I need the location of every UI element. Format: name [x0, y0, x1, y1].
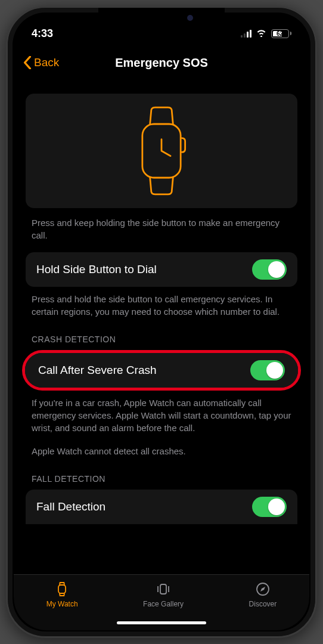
- svg-rect-2: [160, 584, 166, 594]
- crash-description: If you're in a car crash, Apple Watch ca…: [26, 391, 297, 434]
- watch-icon: [136, 106, 187, 196]
- gallery-tab-icon: [155, 581, 172, 597]
- status-time: 4:33: [32, 27, 53, 40]
- hold-toggle[interactable]: [252, 259, 287, 280]
- back-button[interactable]: Back: [23, 56, 59, 69]
- crash-row-highlight: Call After Severe Crash: [22, 350, 301, 391]
- tab-face-gallery-label: Face Gallery: [143, 600, 184, 608]
- tab-my-watch-label: My Watch: [46, 600, 78, 608]
- back-label: Back: [34, 56, 59, 69]
- content[interactable]: Press and keep holding the side button t…: [14, 78, 309, 579]
- hold-label: Hold Side Button to Dial: [36, 263, 157, 276]
- mute-switch[interactable]: [6, 109, 8, 129]
- chevron-left-icon: [23, 56, 32, 69]
- watch-tab-icon: [54, 581, 70, 597]
- crash-toggle[interactable]: [250, 360, 285, 380]
- battery-level: 62: [271, 29, 289, 38]
- phone-frame: 4:33 62 Back Emergency SOS: [6, 6, 317, 638]
- fall-row: Fall Detection: [26, 490, 297, 524]
- hero-illustration: [26, 94, 297, 208]
- fall-toggle[interactable]: [252, 497, 287, 517]
- hold-side-button-row: Hold Side Button to Dial: [26, 252, 297, 287]
- svg-rect-1: [58, 585, 66, 593]
- tab-discover-label: Discover: [249, 600, 277, 608]
- home-indicator[interactable]: [117, 621, 206, 624]
- volume-up-button[interactable]: [6, 146, 8, 185]
- page-title: Emergency SOS: [115, 56, 208, 70]
- crash-section-header: CRASH DETECTION: [26, 318, 297, 350]
- cellular-icon: [241, 29, 251, 38]
- screen: 4:33 62 Back Emergency SOS: [14, 14, 309, 630]
- fall-section-header: FALL DETECTION: [26, 457, 297, 490]
- tab-discover[interactable]: Discover: [249, 581, 277, 608]
- crash-row: Call After Severe Crash: [25, 353, 298, 388]
- fall-label: Fall Detection: [36, 500, 105, 513]
- volume-down-button[interactable]: [6, 195, 8, 234]
- notch: [100, 8, 223, 28]
- crash-note: Apple Watch cannot detect all crashes.: [26, 434, 297, 457]
- hold-description: Press and hold the side button to call e…: [26, 287, 297, 318]
- compass-tab-icon: [254, 581, 271, 597]
- wifi-icon: [256, 27, 267, 40]
- crash-label: Call After Severe Crash: [38, 364, 157, 377]
- hero-description: Press and keep holding the side button t…: [26, 208, 297, 242]
- side-button[interactable]: [315, 162, 317, 225]
- tab-face-gallery[interactable]: Face Gallery: [143, 581, 184, 608]
- tab-my-watch[interactable]: My Watch: [46, 581, 78, 608]
- nav-bar: Back Emergency SOS: [14, 47, 309, 78]
- battery-icon: 62: [271, 29, 292, 38]
